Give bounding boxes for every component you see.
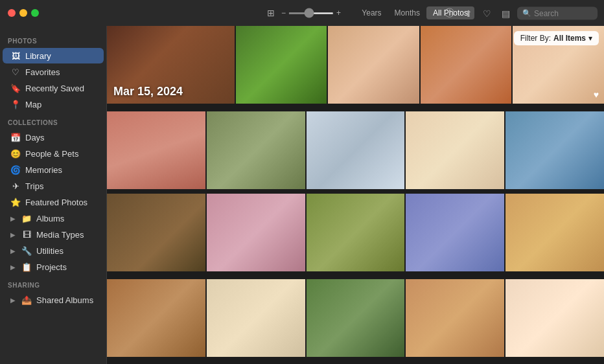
filter-label: Filter By:: [520, 34, 551, 43]
sidebar-item-media-types[interactable]: ▶ 🎞 Media Types: [3, 227, 104, 242]
photos-section-label: Photos: [0, 31, 106, 47]
photo-cell[interactable]: [406, 111, 504, 189]
sidebar-item-days[interactable]: 📅 Days: [3, 130, 104, 145]
photo-cell[interactable]: [107, 194, 205, 271]
map-label: Map: [25, 100, 41, 109]
featured-photos-label: Featured Photos: [25, 198, 87, 207]
photo-cell[interactable]: [107, 111, 205, 189]
albums-arrow-icon: ▶: [10, 215, 16, 222]
sidebar-item-map[interactable]: 📍 Map: [3, 97, 104, 112]
map-icon: 📍: [10, 99, 21, 109]
sidebar-item-projects[interactable]: ▶ 📋 Projects: [3, 259, 104, 275]
media-types-label: Media Types: [36, 230, 84, 240]
sidebar-item-albums[interactable]: ▶ 📁 Albums: [3, 210, 104, 226]
sidebar-item-trips[interactable]: ✈ Trips: [3, 178, 104, 194]
memories-icon: 🌀: [10, 165, 21, 175]
filter-value: All Items: [553, 34, 586, 43]
info-button[interactable]: ⓘ: [441, 5, 458, 21]
content-area: Filter By: All Items ▾ Mar 15, 2024 ♥: [107, 26, 604, 364]
media-types-arrow-icon: ▶: [10, 231, 16, 238]
days-icon: 📅: [10, 132, 21, 142]
titlebar: ⊞ − + Years Months All Photos ⓘ ⬆ ♡ ▤ 🔍: [0, 0, 604, 26]
window-controls: [0, 9, 39, 17]
photo-cell[interactable]: [307, 279, 405, 357]
photo-row-4: [107, 279, 604, 344]
zoom-minus-icon: −: [281, 8, 286, 17]
search-icon: 🔍: [522, 9, 531, 17]
photo-cell[interactable]: [406, 194, 504, 271]
trips-icon: ✈: [10, 181, 21, 191]
photo-row-3: [107, 194, 604, 278]
utilities-icon: 🔧: [21, 245, 32, 256]
photo-row-2: [107, 111, 604, 192]
tab-years[interactable]: Years: [355, 6, 388, 19]
photo-cell[interactable]: [505, 194, 604, 271]
photo-cell[interactable]: [505, 111, 604, 189]
tab-months[interactable]: Months: [388, 6, 426, 19]
search-box: 🔍: [517, 6, 598, 19]
heart-badge: ♥: [594, 89, 599, 100]
minimize-button[interactable]: [19, 9, 27, 17]
projects-label: Projects: [36, 262, 67, 272]
sidebar-item-memories[interactable]: 🌀 Memories: [3, 162, 104, 177]
photo-cell[interactable]: [207, 279, 305, 357]
media-types-icon: 🎞: [21, 229, 32, 240]
photo-cell[interactable]: Mar 15, 2024: [107, 26, 235, 104]
sidebar-item-recently-saved[interactable]: 🔖 Recently Saved: [3, 80, 104, 96]
close-button[interactable]: [8, 9, 16, 17]
maximize-button[interactable]: [31, 9, 39, 17]
photo-cell[interactable]: [406, 279, 504, 357]
memories-label: Memories: [25, 165, 62, 175]
sidebar-item-library[interactable]: 🖼 Library: [3, 48, 104, 63]
toolbar-center: ⊞ − +: [263, 5, 341, 21]
days-label: Days: [25, 133, 45, 142]
trips-label: Trips: [25, 181, 43, 191]
photo-grid-wrapper: Filter By: All Items ▾ Mar 15, 2024 ♥: [107, 26, 604, 344]
sidebar-item-favorites[interactable]: ♡ Favorites: [3, 64, 104, 80]
utilities-label: Utilities: [36, 246, 64, 256]
sidebar-item-featured-photos[interactable]: ⭐ Featured Photos: [3, 194, 104, 210]
photo-cell[interactable]: [421, 26, 512, 104]
people-pets-icon: 😊: [10, 148, 21, 159]
shared-albums-icon: 📤: [21, 295, 32, 305]
photo-cell[interactable]: [307, 111, 405, 189]
sidebar-item-people-pets[interactable]: 😊 People & Pets: [3, 146, 104, 161]
sharing-section-label: Sharing: [0, 275, 106, 291]
date-label: Mar 15, 2024: [113, 85, 183, 98]
people-pets-label: People & Pets: [25, 149, 78, 159]
filter-button[interactable]: Filter By: All Items ▾: [514, 31, 599, 45]
recently-saved-icon: 🔖: [10, 83, 21, 93]
share-button[interactable]: ⬆: [461, 6, 476, 20]
photo-cell[interactable]: [107, 279, 205, 357]
photo-cell[interactable]: [207, 111, 305, 189]
zoom-plus-icon: +: [336, 8, 341, 17]
shared-albums-arrow-icon: ▶: [10, 297, 16, 304]
sidebar-toggle[interactable]: ▤: [498, 6, 513, 20]
main-layout: Photos 🖼 Library ♡ Favorites 🔖 Recently …: [0, 0, 604, 364]
rotate-button[interactable]: ⊞: [263, 5, 279, 21]
photo-cell[interactable]: [505, 279, 604, 357]
shared-albums-label: Shared Albums: [36, 295, 93, 305]
filter-chevron-icon: ▾: [588, 34, 592, 43]
photo-cell[interactable]: [207, 194, 305, 271]
projects-icon: 📋: [21, 262, 32, 272]
search-input[interactable]: [534, 8, 592, 17]
photo-cell[interactable]: [236, 26, 327, 104]
albums-label: Albums: [36, 214, 64, 223]
toolbar-right: ⓘ ⬆ ♡ ▤ 🔍: [441, 5, 598, 21]
zoom-slider-group: ⊞ − +: [263, 5, 341, 21]
sidebar-item-utilities[interactable]: ▶ 🔧 Utilities: [3, 243, 104, 258]
zoom-slider[interactable]: [288, 12, 334, 14]
projects-arrow-icon: ▶: [10, 264, 16, 271]
library-label: Library: [25, 51, 51, 61]
favorites-label: Favorites: [25, 67, 60, 77]
photo-cell[interactable]: [328, 26, 419, 104]
collections-section-label: Collections: [0, 113, 106, 129]
recently-saved-label: Recently Saved: [25, 84, 84, 93]
sidebar-item-shared-albums[interactable]: ▶ 📤 Shared Albums: [3, 292, 104, 308]
photo-cell[interactable]: [307, 194, 405, 271]
library-icon: 🖼: [10, 51, 21, 61]
featured-photos-icon: ⭐: [10, 197, 21, 207]
utilities-arrow-icon: ▶: [10, 247, 16, 255]
heart-button[interactable]: ♡: [480, 6, 494, 20]
